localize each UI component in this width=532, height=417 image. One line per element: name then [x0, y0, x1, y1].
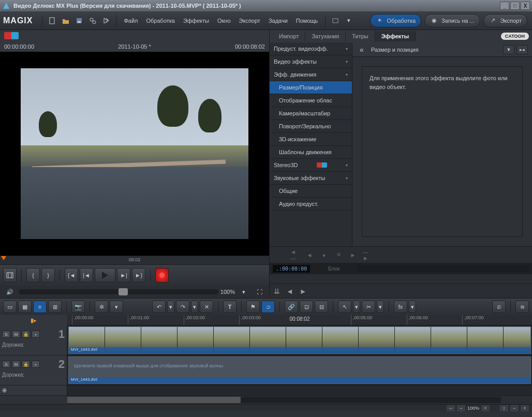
video-clip[interactable]: MVI_1443.AVI	[68, 326, 531, 354]
marker-icon[interactable]: ⚑	[246, 301, 260, 313]
fx-dd-icon[interactable]: ▾	[409, 301, 416, 313]
wheel-icon[interactable]: ✲	[95, 301, 108, 313]
play-button[interactable]	[95, 268, 115, 282]
preview-ruler[interactable]: 08:02	[0, 256, 269, 265]
volume-slider[interactable]	[19, 289, 218, 294]
camera-icon[interactable]: 📷	[71, 301, 85, 313]
delete-icon[interactable]: ✕	[200, 301, 213, 313]
catoon-badge[interactable]: CATOOH	[501, 33, 529, 40]
cursor-icon[interactable]: ↖	[338, 301, 351, 313]
save-icon[interactable]	[73, 15, 85, 26]
cat-rotate[interactable]: Поворот/Зеркально	[270, 120, 352, 133]
cat-size-position[interactable]: Размер/Позиция	[270, 81, 352, 94]
ruler-marker-in[interactable]	[1, 256, 6, 260]
minimize-button[interactable]: _	[500, 2, 509, 10]
cat-3d-distort[interactable]: 3D-искажение	[270, 133, 352, 146]
razor-dd-icon[interactable]: ▾	[377, 301, 384, 313]
cursor-dd-icon[interactable]: ▾	[353, 301, 360, 313]
tl-vzoom-in-icon[interactable]: +	[521, 405, 529, 411]
cat-general[interactable]: Общие	[270, 185, 352, 198]
view-storyboard-icon[interactable]: ▭	[3, 301, 17, 313]
cat-video[interactable]: Видео эффекты▾	[270, 55, 352, 68]
wheel-dropdown-icon[interactable]: ▾	[110, 301, 123, 313]
eff-tool-prev-icon[interactable]: ▸◂	[516, 45, 528, 54]
record-button[interactable]	[155, 268, 169, 282]
audio-clip[interactable]: Щелкните правой клавишей мыши для отобра…	[68, 356, 531, 384]
preview-viewport[interactable]	[0, 52, 269, 256]
tab-titles[interactable]: Титры	[346, 31, 375, 41]
mode-record-button[interactable]: ◉Запись на ...	[424, 14, 480, 27]
track-fx-icon[interactable]: •	[32, 361, 40, 368]
ungroup-icon[interactable]: ⊟	[315, 301, 328, 313]
track-solo-button[interactable]: S	[2, 361, 10, 368]
tl-fit-icon[interactable]: ↔	[447, 405, 455, 411]
menu-edit[interactable]: Обработка	[142, 16, 179, 26]
keyframe-slider[interactable]	[270, 274, 532, 284]
add-track-button[interactable]: ⊕	[2, 387, 12, 394]
track-solo-button[interactable]: S	[2, 331, 10, 338]
goto-end-button[interactable]: ►}	[132, 268, 145, 282]
mastering-icon[interactable]: ≋	[515, 301, 529, 313]
view-grid-icon[interactable]: ▦	[18, 301, 32, 313]
tab-import[interactable]: Импорт	[273, 31, 305, 41]
close-button[interactable]: X	[521, 2, 530, 10]
redo-dd-icon[interactable]: ▾	[191, 301, 198, 313]
media-icon[interactable]	[330, 15, 341, 26]
menu-export[interactable]: Экспорт	[235, 16, 264, 26]
timeline-h-scrollbar[interactable]	[67, 397, 501, 403]
eff-tool-down-icon[interactable]: ▼	[503, 45, 514, 54]
maximize-button[interactable]: □	[510, 2, 520, 10]
collapse-icon[interactable]: ⇊	[274, 287, 280, 295]
timeline-ruler[interactable]: ,00:00:00 ,00:01:00 ,00:02:00 ,00:03:00 …	[67, 315, 532, 325]
cat-audio-preset[interactable]: Аудио предуст.	[270, 198, 352, 211]
link-icon[interactable]: 🔗	[285, 301, 298, 313]
menu-window[interactable]: Окно	[213, 16, 235, 26]
zoom-dropdown-icon[interactable]: ▾	[238, 286, 249, 297]
cat-camera[interactable]: Камера/масштабир	[270, 107, 352, 120]
cat-sound[interactable]: Звуковые эффекты▾	[270, 172, 352, 185]
goto-start-button[interactable]: {◄	[65, 268, 78, 282]
menu-tasks[interactable]: Задачи	[264, 16, 292, 26]
view-timeline-icon[interactable]: ≡	[33, 301, 47, 313]
mark-in-button[interactable]: {	[26, 268, 40, 282]
help-icon[interactable]: ?	[100, 15, 112, 26]
track-2-body[interactable]: Щелкните правой клавишей мыши для отобра…	[67, 355, 532, 385]
track-fx-icon[interactable]: •	[32, 331, 40, 338]
menu-file[interactable]: Файл	[120, 16, 142, 26]
nav-right-icon[interactable]: ►	[300, 287, 307, 295]
open-icon[interactable]	[60, 15, 71, 26]
menu-help[interactable]: Помощь	[292, 16, 322, 26]
menu-effects[interactable]: Эффекты	[179, 16, 213, 26]
undo-dd-icon[interactable]: ▾	[167, 301, 174, 313]
track-lock-icon[interactable]: 🔒	[22, 331, 30, 338]
mode-edit-button[interactable]: ✶Обработка	[370, 14, 421, 27]
tl-zoom-out-icon[interactable]: −	[457, 405, 465, 411]
back-icon[interactable]: «	[357, 44, 367, 55]
cat-stereo3d[interactable]: Stereo3D▾	[270, 159, 352, 172]
mode-export-button[interactable]: ↗Экспорт	[483, 14, 527, 27]
tab-effects[interactable]: Эффекты	[375, 31, 416, 41]
group-icon[interactable]: ⊡	[300, 301, 313, 313]
settings-icon[interactable]	[87, 15, 98, 26]
fx-icon[interactable]: fx	[394, 301, 407, 313]
nav-left-icon[interactable]: ◄	[286, 287, 293, 295]
chapter-icon[interactable]: ▮▸	[31, 317, 37, 324]
kf-first-icon[interactable]: ◄—	[290, 250, 300, 260]
track-mute-button[interactable]: M	[12, 331, 20, 338]
prev-frame-button[interactable]: |◄	[80, 268, 93, 282]
track-mute-button[interactable]: M	[12, 361, 20, 368]
kf-last-icon[interactable]: —►	[363, 250, 372, 260]
fullscreen-icon[interactable]: ⛶	[254, 286, 265, 297]
view-overview-icon[interactable]: ⊞	[48, 301, 62, 313]
next-frame-button[interactable]: ►|	[117, 268, 130, 282]
new-icon[interactable]	[47, 15, 58, 26]
tl-vzoom-out-icon[interactable]: −	[510, 405, 519, 411]
cat-motion-templates[interactable]: Шаблоны движения	[270, 146, 352, 159]
tab-fades[interactable]: Затухания	[305, 31, 346, 41]
cat-motion[interactable]: Эфф. движения▾	[270, 68, 352, 81]
redo-icon[interactable]: ↷	[176, 301, 189, 313]
keyframe-strip[interactable]	[358, 265, 529, 272]
kf-prev-icon[interactable]: ◄	[305, 250, 314, 260]
anaglyph-icon[interactable]	[4, 32, 19, 39]
undo-icon[interactable]: ↶	[152, 301, 166, 313]
